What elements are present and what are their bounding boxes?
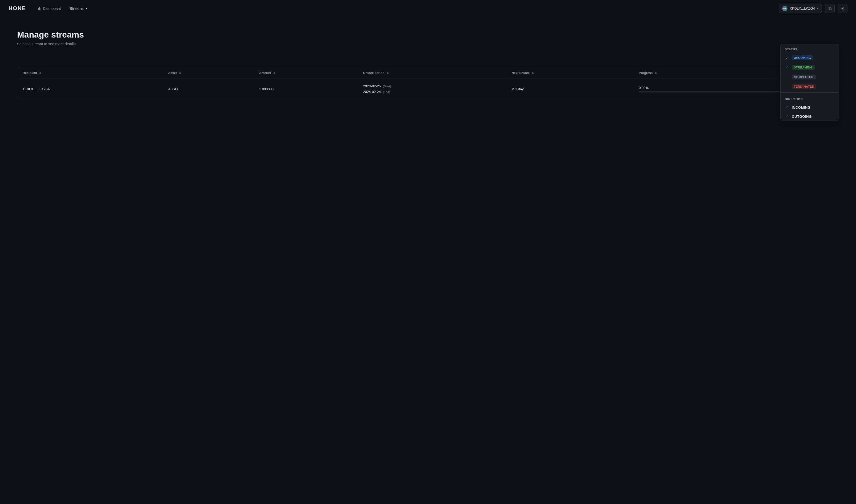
amount-col-label: Amount <box>259 71 271 75</box>
col-recipient[interactable]: Recipient <box>17 67 162 79</box>
status-section-label: Status <box>781 44 839 53</box>
nav-items: Dashboard Streams ▾ <box>35 5 779 12</box>
logo-text: HONE <box>8 5 26 12</box>
recipient-sort-icon <box>39 72 41 74</box>
copy-button[interactable]: ⧉ <box>825 4 835 13</box>
avatar-initials: AK <box>783 7 787 10</box>
streams-chevron-icon: ▾ <box>86 7 87 10</box>
recipient-col-label: Recipient <box>23 71 37 75</box>
dropdown-item-incoming[interactable]: ✓ INCOMING <box>781 103 839 112</box>
streams-label: Streams <box>70 6 84 11</box>
dropdown-item-completed[interactable]: ✓ COMPLETED <box>781 72 839 82</box>
amount-cell: 1.000000 <box>254 79 358 100</box>
start-label: (Start) <box>383 85 391 88</box>
table-header-row: Recipient Asset <box>17 67 839 79</box>
navbar: HONE Dashboard Streams ▾ AK XKDLX...LKZG… <box>0 0 856 17</box>
direction-section-label: Direction <box>781 94 839 103</box>
end-date: 2024-02-24 <box>363 90 381 94</box>
settings-button[interactable]: ☀ <box>838 4 848 13</box>
unlock-period-sort-icon <box>387 72 389 74</box>
unlock-period-cell: 2023-02-25 (Start) 2024-02-24 (End) <box>358 79 507 100</box>
asset-col-label: Asset <box>168 71 177 75</box>
incoming-check-icon: ✓ <box>785 105 789 109</box>
asset-sort-icon <box>179 72 181 74</box>
table-body: XKDLX...LKZG4 ALGO 1.000000 2023-02-25 (… <box>17 79 839 100</box>
terminated-badge: TERMINATED <box>792 84 816 89</box>
wallet-chevron-icon: ▾ <box>817 7 818 10</box>
navbar-right: AK XKDLX...LKZG4 ▾ ⧉ ☀ <box>779 4 848 13</box>
streaming-check-icon: ✓ <box>785 65 789 70</box>
unlock-period-col-label: Unlock period <box>363 71 384 75</box>
asset-cell: ALGO <box>162 79 254 100</box>
start-date: 2023-02-25 <box>363 84 381 88</box>
progress-sort-icon <box>655 72 657 74</box>
streams-table-container: Recipient Asset <box>17 67 839 100</box>
dropdown-item-outgoing[interactable]: ✓ OUTGOING <box>781 112 839 121</box>
col-next-unlock[interactable]: Next unlock <box>506 67 633 79</box>
upcoming-badge: UPCOMING <box>792 55 813 60</box>
col-amount[interactable]: Amount <box>254 67 358 79</box>
copy-icon: ⧉ <box>828 6 832 11</box>
next-unlock-col-label: Next unlock <box>512 71 530 75</box>
end-label: (End) <box>383 90 390 93</box>
dashboard-label: Dashboard <box>43 6 61 11</box>
col-unlock-period[interactable]: Unlock period <box>358 67 507 79</box>
avatar: AK <box>782 6 787 11</box>
settings-icon: ☀ <box>841 6 844 11</box>
progress-col-label: Progress <box>639 71 652 75</box>
col-asset[interactable]: Asset <box>162 67 254 79</box>
logo: HONE <box>8 5 26 12</box>
upcoming-check-icon: ✓ <box>785 56 789 60</box>
bar-chart-icon <box>38 7 41 11</box>
table-row[interactable]: XKDLX...LKZG4 ALGO 1.000000 2023-02-25 (… <box>17 79 839 100</box>
visibility-dropdown: Status ✓ UPCOMING ✓ STREAMING ✓ COMPLETE… <box>780 44 839 121</box>
dropdown-item-terminated[interactable]: ✓ TERMINATED <box>781 82 839 91</box>
next-unlock-cell: in 1 day <box>506 79 633 100</box>
streams-table: Recipient Asset <box>17 67 839 100</box>
amount-sort-icon <box>273 72 275 74</box>
streaming-badge: STREAMING <box>792 65 815 70</box>
dropdown-divider <box>781 92 839 93</box>
main-content: Manage streams Select a stream to see mo… <box>0 17 856 113</box>
completed-badge: COMPLETED <box>792 75 816 79</box>
page-subtitle: Select a stream to see more details <box>17 42 839 46</box>
nav-item-streams[interactable]: Streams ▾ <box>66 5 90 12</box>
wallet-address: XKDLX...LKZG4 <box>790 6 815 11</box>
dropdown-item-upcoming[interactable]: ✓ UPCOMING <box>781 53 839 62</box>
outgoing-label: OUTGOING <box>792 114 812 119</box>
wallet-button[interactable]: AK XKDLX...LKZG4 ▾ <box>779 4 822 13</box>
incoming-label: INCOMING <box>792 106 810 109</box>
table-controls: Visibility filters ▾ <box>17 55 839 63</box>
nav-item-dashboard[interactable]: Dashboard <box>35 5 65 12</box>
page-title: Manage streams <box>17 30 839 40</box>
next-unlock-sort-icon <box>532 72 534 74</box>
table-header: Recipient Asset <box>17 67 839 79</box>
outgoing-check-icon: ✓ <box>785 114 789 119</box>
recipient-cell: XKDLX...LKZG4 <box>17 79 162 100</box>
dropdown-item-streaming[interactable]: ✓ STREAMING <box>781 62 839 72</box>
